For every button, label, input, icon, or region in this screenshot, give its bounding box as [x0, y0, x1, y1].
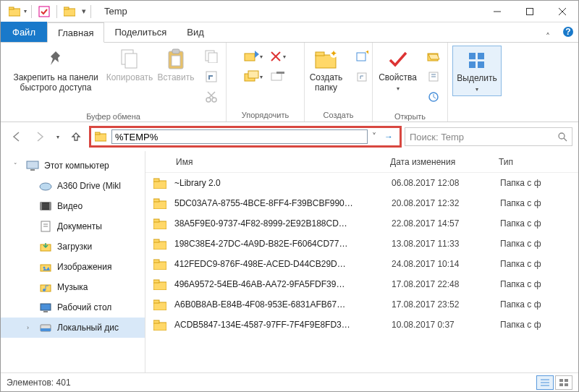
paste-shortcut-icon[interactable]: [202, 67, 221, 86]
file-tab[interactable]: Файл: [1, 22, 47, 42]
tree-item[interactable]: Загрузки: [1, 237, 145, 257]
chevron-right-icon[interactable]: ˅: [14, 162, 21, 169]
address-input[interactable]: [111, 129, 368, 144]
search-input[interactable]: [410, 132, 557, 142]
svg-rect-12: [125, 54, 137, 68]
easy-access-icon[interactable]: [352, 67, 371, 86]
tree-item-icon: [39, 240, 52, 253]
qat-customize-icon[interactable]: ▾: [82, 7, 86, 16]
column-headers[interactable]: Имя Дата изменения Тип: [145, 151, 578, 173]
close-button[interactable]: [546, 1, 578, 22]
svg-point-63: [43, 289, 46, 291]
share-tab[interactable]: Поделиться: [104, 22, 177, 42]
rename-icon[interactable]: [269, 67, 287, 86]
delete-icon[interactable]: ▾: [269, 47, 287, 66]
content-area: ˅Этот компьютерA360 Drive (MiklВидеоДоку…: [1, 151, 578, 372]
file-type: Папка с ф: [500, 259, 578, 269]
folder-icon: [145, 259, 174, 270]
history-icon[interactable]: [424, 88, 443, 106]
file-row[interactable]: 5DC03A7A-8755-4BCE-8FF4-F39BCBF990…20.08…: [145, 193, 578, 213]
forward-button[interactable]: [30, 127, 50, 147]
column-type[interactable]: Тип: [499, 157, 578, 167]
collapse-ribbon-icon[interactable]: ˄: [538, 32, 558, 42]
tree-item-label: Рабочий стол: [57, 302, 111, 312]
tree-item[interactable]: Музыка: [1, 277, 145, 297]
navigation-tree[interactable]: ˅Этот компьютерA360 Drive (MiklВидеоДоку…: [1, 151, 145, 372]
tree-item[interactable]: A360 Drive (Mikl: [1, 176, 145, 196]
tree-item-icon: [39, 301, 52, 314]
recent-dropdown-icon[interactable]: ▾: [53, 127, 63, 147]
column-name[interactable]: Имя: [145, 157, 390, 167]
svg-rect-74: [153, 242, 166, 250]
tree-item[interactable]: Изображения: [1, 257, 145, 277]
pin-quickaccess-button[interactable]: Закрепить на панели быстрого доступа: [5, 46, 106, 95]
select-button[interactable]: Выделить ▾: [452, 46, 502, 96]
tree-item[interactable]: Документы: [1, 216, 145, 237]
svg-rect-70: [153, 201, 166, 209]
svg-rect-79: [153, 280, 159, 283]
copy-path-icon[interactable]: [202, 47, 221, 66]
new-folder-button[interactable]: ✦ Создать папку: [303, 46, 350, 95]
paste-icon: [164, 47, 188, 72]
tree-item-icon: [39, 220, 52, 233]
folder-icon: [7, 4, 22, 20]
folder-qat-icon[interactable]: [62, 4, 77, 20]
qat-dropdown-icon[interactable]: ▾: [24, 8, 27, 14]
file-list: Имя Дата изменения Тип ~Library 2.006.08…: [145, 151, 578, 372]
file-row[interactable]: 198C38E4-27DC-4A9D-B82E-F6064CD77…13.08.…: [145, 234, 578, 254]
copy-to-icon[interactable]: ▾: [244, 67, 263, 86]
tree-item[interactable]: ›Локальный дис: [1, 318, 145, 338]
file-row[interactable]: 496A9572-54EB-46AB-AA72-9FA5FDF39…17.08.…: [145, 274, 578, 294]
address-dropdown-icon[interactable]: ˅: [368, 132, 381, 142]
back-button[interactable]: [7, 127, 27, 147]
paste-button[interactable]: Вставить: [153, 46, 199, 85]
details-view-button[interactable]: [536, 375, 554, 390]
view-tab[interactable]: Вид: [177, 22, 214, 42]
copy-button[interactable]: Копировать: [106, 46, 153, 85]
search-box[interactable]: [405, 127, 572, 146]
cut-icon[interactable]: [202, 88, 221, 106]
file-date: 17.08.2017 22:48: [392, 279, 500, 289]
file-row[interactable]: ACDB5847-134E-4587-97FF-7F4F9E8FD3…10.08…: [145, 315, 578, 335]
file-date: 10.08.2017 0:37: [392, 320, 500, 330]
up-button[interactable]: [66, 127, 86, 147]
thumbnails-view-button[interactable]: [555, 375, 572, 390]
properties-button[interactable]: Свойства ▾: [375, 46, 421, 95]
minimize-button[interactable]: [481, 1, 513, 22]
home-tab[interactable]: Главная: [47, 22, 104, 43]
svg-rect-72: [153, 221, 166, 229]
column-date[interactable]: Дата изменения: [390, 157, 499, 167]
move-to-icon[interactable]: ▾: [244, 47, 263, 66]
tree-item[interactable]: Рабочий стол: [1, 297, 145, 318]
svg-text:✦: ✦: [330, 49, 337, 59]
svg-rect-82: [153, 323, 166, 331]
search-icon[interactable]: [557, 132, 567, 142]
svg-text:?: ?: [565, 27, 570, 37]
folder-icon: [145, 198, 174, 209]
file-name: 496A9572-54EB-46AB-AA72-9FA5FDF39…: [174, 279, 392, 289]
chevron-right-icon[interactable]: ›: [27, 324, 34, 331]
maximize-button[interactable]: [513, 1, 546, 22]
file-row[interactable]: ~Library 2.006.08.2017 12:08Папка с ф: [145, 173, 578, 193]
file-row[interactable]: 38A5F9E0-9737-4F82-8999-2E92B188CD…22.08…: [145, 213, 578, 234]
copy-icon: [117, 47, 142, 72]
select-icon: [465, 48, 489, 72]
address-bar[interactable]: ˅ →: [89, 126, 402, 148]
tree-item[interactable]: Видео: [1, 196, 145, 216]
checkmark-icon: [386, 47, 410, 72]
status-bar: Элементов: 401: [1, 372, 578, 391]
new-item-icon[interactable]: ✦: [352, 47, 371, 66]
help-icon[interactable]: ?: [558, 22, 578, 42]
go-arrow-icon[interactable]: →: [381, 132, 397, 142]
svg-rect-47: [95, 132, 100, 135]
file-row[interactable]: A6B0B8AB-E84B-4F08-953E-6831AFB67…17.08.…: [145, 294, 578, 315]
svg-rect-36: [358, 73, 366, 81]
svg-rect-51: [30, 169, 35, 171]
open-icon[interactable]: [424, 47, 443, 66]
organize-group-label: Упорядочить: [227, 109, 304, 122]
tree-item[interactable]: ˅Этот компьютер: [1, 155, 145, 176]
properties-qat-icon[interactable]: [36, 4, 52, 20]
file-row[interactable]: 412FEDC9-876F-498E-ACED-D44CB29D…24.08.2…: [145, 254, 578, 274]
edit-icon[interactable]: [424, 67, 443, 86]
tree-item-label: A360 Drive (Mikl: [57, 181, 121, 191]
